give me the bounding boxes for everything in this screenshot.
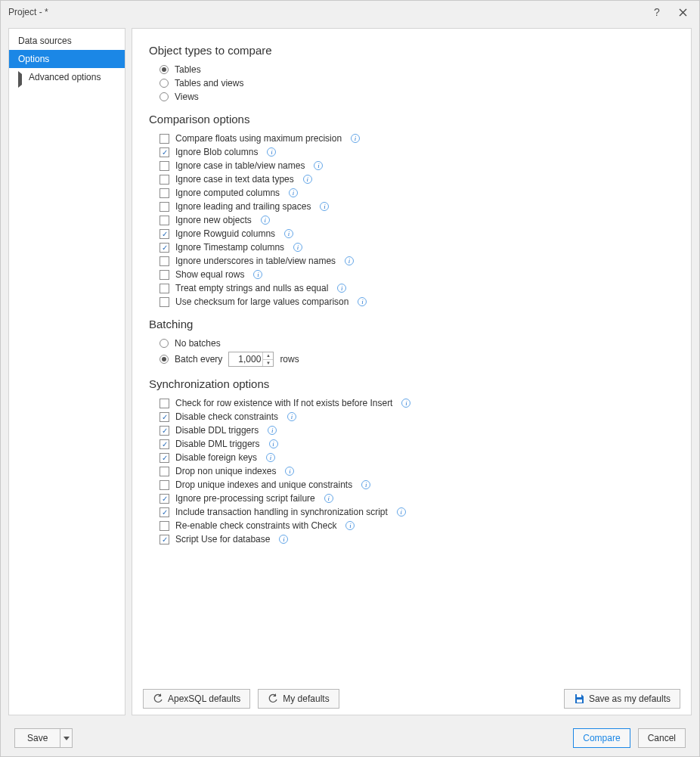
batch-size-input[interactable]: 1,000▲▼ — [228, 352, 274, 367]
compare-button[interactable]: Compare — [573, 728, 630, 748]
checkbox-option[interactable]: Ignore Blob columnsi — [160, 147, 673, 157]
info-icon[interactable]: i — [279, 535, 288, 544]
info-icon[interactable]: i — [397, 507, 406, 517]
checkbox-option[interactable]: Treat empty strings and nulls as equali — [160, 283, 673, 293]
checkbox-label: Treat empty strings and nulls as equal — [175, 283, 328, 293]
info-icon[interactable]: i — [314, 161, 323, 170]
sidebar-item-advanced-options[interactable]: Advanced options — [9, 68, 125, 86]
checkbox-option[interactable]: Ignore Timestamp columnsi — [160, 242, 673, 253]
radio-option[interactable]: Tables — [160, 64, 673, 75]
checkbox-option[interactable]: Compare floats using maximum precisioni — [160, 133, 673, 144]
checkbox-option[interactable]: Ignore case in table/view namesi — [160, 160, 673, 171]
info-icon[interactable]: i — [345, 256, 354, 265]
checkbox-option[interactable]: Ignore pre-processing script failurei — [160, 493, 673, 504]
info-icon[interactable]: i — [285, 467, 294, 476]
info-icon[interactable]: i — [320, 202, 329, 211]
info-icon[interactable]: i — [287, 412, 296, 421]
radio-icon — [160, 355, 169, 364]
checkbox-option[interactable]: Ignore leading and trailing spacesi — [160, 201, 673, 212]
info-icon[interactable]: i — [253, 270, 262, 279]
info-icon[interactable]: i — [269, 439, 278, 448]
rows-suffix: rows — [280, 354, 299, 365]
sidebar-item-options[interactable]: Options — [9, 50, 125, 68]
checkbox-option[interactable]: Check for row existence with If not exis… — [160, 398, 673, 408]
checkbox-icon — [160, 439, 169, 449]
checkbox-icon — [160, 161, 169, 171]
checkbox-label: Disable DDL triggers — [175, 425, 259, 436]
info-icon[interactable]: i — [261, 216, 270, 225]
radio-icon — [160, 92, 169, 101]
my-defaults-button[interactable]: My defaults — [258, 689, 339, 709]
info-icon[interactable]: i — [284, 229, 293, 238]
object-types-group: TablesTables and viewsViews — [160, 64, 673, 102]
checkbox-option[interactable]: Show equal rowsi — [160, 269, 673, 280]
checkbox-option[interactable]: Disable DML triggersi — [160, 439, 673, 449]
info-icon[interactable]: i — [293, 243, 302, 252]
info-icon[interactable]: i — [289, 188, 298, 197]
checkbox-icon — [160, 494, 169, 504]
checkbox-icon — [160, 229, 169, 239]
info-icon[interactable]: i — [303, 175, 312, 184]
save-button-label[interactable]: Save — [15, 729, 60, 747]
checkbox-label: Disable DML triggers — [175, 439, 260, 449]
info-icon[interactable]: i — [268, 426, 277, 435]
checkbox-option[interactable]: Drop non unique indexesi — [160, 466, 673, 476]
radio-option[interactable]: Batch every1,000▲▼rows — [160, 352, 673, 367]
checkbox-option[interactable]: Disable check constraintsi — [160, 411, 673, 422]
checkbox-icon — [160, 467, 169, 476]
info-icon[interactable]: i — [401, 399, 410, 408]
info-icon[interactable]: i — [345, 521, 355, 530]
save-as-defaults-button[interactable]: Save as my defaults — [564, 689, 680, 709]
spinner-icon[interactable]: ▲▼ — [262, 352, 273, 366]
close-button[interactable] — [674, 3, 692, 21]
checkbox-label: Drop unique indexes and unique constrain… — [175, 479, 352, 490]
checkbox-option[interactable]: Ignore Rowguid columnsi — [160, 228, 673, 239]
checkbox-icon — [160, 256, 169, 266]
checkbox-label: Check for row existence with If not exis… — [175, 398, 392, 408]
checkbox-option[interactable]: Ignore case in text data typesi — [160, 174, 673, 185]
radio-icon — [160, 79, 169, 88]
scroll-area[interactable]: Object types to compare TablesTables and… — [132, 29, 691, 683]
checkbox-label: Use checksum for large values comparison — [175, 296, 348, 307]
checkbox-option[interactable]: Disable foreign keysi — [160, 452, 673, 463]
info-icon[interactable]: i — [267, 147, 276, 157]
radio-label: Views — [175, 92, 199, 102]
apex-defaults-button[interactable]: ApexSQL defaults — [143, 689, 250, 709]
checkbox-label: Disable check constraints — [175, 411, 278, 422]
checkbox-label: Compare floats using maximum precision — [175, 133, 342, 144]
checkbox-option[interactable]: Disable DDL triggersi — [160, 425, 673, 436]
checkbox-option[interactable]: Script Use for databasei — [160, 534, 673, 544]
checkbox-label: Drop non unique indexes — [175, 466, 276, 476]
radio-option[interactable]: Tables and views — [160, 78, 673, 88]
info-icon[interactable]: i — [358, 297, 367, 306]
checkbox-label: Ignore leading and trailing spaces — [175, 201, 311, 212]
info-icon[interactable]: i — [266, 453, 275, 462]
save-split-button[interactable]: Save — [14, 728, 73, 748]
checkbox-option[interactable]: Ignore computed columnsi — [160, 188, 673, 198]
checkbox-option[interactable]: Ignore new objectsi — [160, 215, 673, 225]
info-icon[interactable]: i — [337, 284, 346, 293]
sidebar: Data sources Options Advanced options — [8, 28, 125, 715]
sidebar-item-label: Options — [18, 54, 49, 64]
cancel-button[interactable]: Cancel — [638, 728, 686, 748]
info-icon[interactable]: i — [324, 494, 333, 503]
expand-icon — [18, 74, 24, 80]
checkbox-option[interactable]: Include transaction handling in synchron… — [160, 507, 673, 517]
radio-option[interactable]: Views — [160, 92, 673, 102]
sidebar-item-data-sources[interactable]: Data sources — [9, 32, 125, 50]
checkbox-label: Ignore case in table/view names — [175, 160, 305, 171]
checkbox-option[interactable]: Drop unique indexes and unique constrain… — [160, 479, 673, 490]
help-button[interactable]: ? — [648, 3, 666, 21]
radio-option[interactable]: No batches — [160, 338, 673, 349]
info-icon[interactable]: i — [351, 134, 360, 143]
checkbox-icon — [160, 175, 169, 185]
checkbox-option[interactable]: Use checksum for large values comparison… — [160, 296, 673, 307]
info-icon[interactable]: i — [361, 480, 370, 489]
save-dropdown[interactable] — [60, 729, 72, 747]
checkbox-icon — [160, 412, 169, 422]
button-label: ApexSQL defaults — [168, 693, 240, 704]
checkbox-option[interactable]: Re-enable check constraints with Checki — [160, 520, 673, 531]
checkbox-option[interactable]: Ignore underscores in table/view namesi — [160, 256, 673, 266]
section-heading-comparison: Comparison options — [149, 113, 673, 126]
checkbox-label: Ignore case in text data types — [175, 174, 294, 185]
